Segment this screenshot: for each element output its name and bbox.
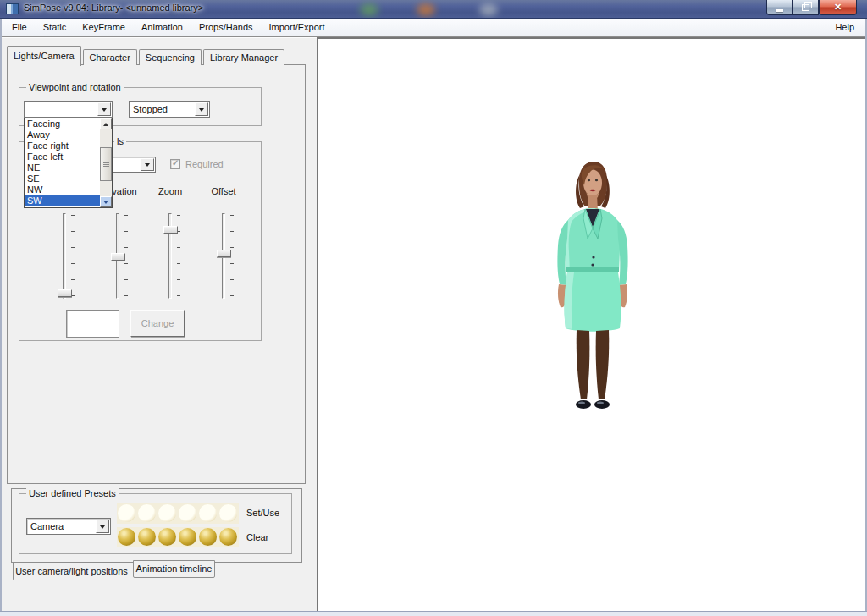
menu-animation[interactable]: Animation	[135, 19, 189, 35]
tick-mark	[124, 295, 128, 296]
preset-clear-button-2[interactable]	[137, 527, 157, 547]
chevron-down-icon	[102, 108, 107, 114]
value-input[interactable]	[66, 310, 119, 338]
preset-clear-icon	[158, 528, 176, 546]
tab-user-camera-light-positions[interactable]: User camera/light positions	[13, 563, 130, 580]
preset-set-button-4[interactable]	[178, 503, 198, 524]
tick-mark	[71, 279, 75, 280]
user-presets-group: User defined Presets Camera Set/Use Clea…	[19, 493, 292, 554]
preset-target-value: Camera	[30, 521, 64, 531]
rotation-combobox-dropdown-button[interactable]	[195, 102, 208, 116]
preset-set-icon	[138, 504, 156, 522]
user-presets-label: User defined Presets	[26, 488, 119, 498]
preset-target-dropdown-button[interactable]	[96, 520, 109, 533]
preset-set-button-1[interactable]	[117, 503, 137, 524]
tick-mark	[177, 215, 180, 216]
chevron-down-icon	[103, 201, 108, 206]
restore-button[interactable]	[792, 0, 819, 15]
tab-library-manager[interactable]: Library Manager	[203, 49, 284, 65]
tick-mark	[177, 263, 180, 264]
menu-import-export[interactable]: Import/Export	[263, 19, 331, 35]
clear-label: Clear	[246, 532, 268, 542]
preset-clear-button-6[interactable]	[218, 527, 239, 547]
chevron-down-icon	[199, 108, 204, 114]
window-title: SimPose v9.04: Library- <unnamed library…	[24, 3, 203, 13]
rotation-combobox-value: Stopped	[133, 104, 168, 114]
tick-mark	[124, 231, 128, 232]
chevron-down-icon	[100, 525, 105, 531]
minimize-button[interactable]	[766, 0, 792, 15]
menu-props-hands[interactable]: Props/Hands	[193, 19, 259, 35]
tab-animation-timeline[interactable]: Animation timeline	[133, 560, 215, 578]
menu-file[interactable]: File	[6, 19, 33, 35]
tick-mark	[177, 295, 180, 296]
scrollbar-thumb[interactable]	[100, 147, 112, 181]
direction-combobox-dropdown-button[interactable]	[97, 102, 111, 116]
tab-lights-camera[interactable]: Lights/Camera	[7, 46, 81, 66]
preset-clear-button-4[interactable]	[178, 527, 198, 547]
menubar-items: FileStaticKeyFrameAnimationProps/HandsIm…	[2, 22, 331, 32]
change-button[interactable]: Change	[130, 310, 185, 337]
dropdown-item-face-left[interactable]: Face left	[25, 151, 100, 162]
menu-static[interactable]: Static	[37, 19, 73, 35]
menu-keyframe[interactable]: KeyFrame	[76, 19, 131, 35]
required-checkbox[interactable]: ✓	[170, 159, 180, 169]
zoom-slider-thumb[interactable]	[163, 226, 178, 234]
menu-help[interactable]: Help	[829, 19, 860, 36]
tick-mark	[177, 279, 180, 280]
tick-mark	[71, 247, 75, 248]
preset-clear-button-5[interactable]	[198, 527, 218, 547]
elevation-slider-thumb[interactable]	[111, 253, 125, 261]
rotation-combobox[interactable]: Stopped	[129, 101, 210, 118]
preset-set-button-5[interactable]	[198, 503, 218, 524]
titlebar[interactable]: SimPose v9.04: Library- <unnamed library…	[0, 0, 867, 19]
offset-slider-thumb[interactable]	[217, 250, 231, 257]
preset-target-combobox[interactable]: Camera	[26, 518, 111, 535]
glass-blob-orange	[417, 3, 435, 16]
controls-combobox-dropdown-button[interactable]	[141, 158, 154, 171]
dropdown-item-se[interactable]: SE	[25, 173, 100, 184]
slider-1-slider-track[interactable]	[63, 213, 66, 299]
app-window: SimPose v9.04: Library- <unnamed library…	[0, 0, 867, 616]
dropdown-item-faceing[interactable]: Faceing	[25, 118, 100, 129]
preset-clear-button-1[interactable]	[117, 527, 137, 547]
preset-clear-button-3[interactable]	[157, 527, 178, 547]
dropdown-scrollbar[interactable]	[100, 118, 112, 207]
dropdown-item-ne[interactable]: NE	[25, 162, 100, 173]
chevron-down-icon	[145, 163, 150, 169]
character-figure[interactable]	[546, 159, 639, 420]
scrollbar-up-button[interactable]	[100, 118, 112, 129]
close-button[interactable]: ✕	[819, 0, 857, 15]
window-frame-bottom	[0, 611, 867, 616]
direction-combobox[interactable]	[24, 101, 113, 118]
app-icon	[6, 3, 19, 14]
dropdown-item-away[interactable]: Away	[25, 129, 100, 140]
tabstrip: Lights/CameraCharacterSequencingLibrary …	[7, 46, 286, 65]
tick-mark	[71, 263, 75, 264]
preset-set-button-2[interactable]	[137, 503, 157, 524]
direction-dropdown-list: FaceingAwayFace rightFace leftNESENWSW	[24, 118, 113, 208]
tick-mark	[230, 247, 234, 248]
preset-set-icon	[158, 504, 176, 522]
required-label: Required	[185, 159, 224, 169]
tick-mark	[230, 263, 234, 264]
window-frame-left	[0, 19, 2, 616]
preset-set-button-3[interactable]	[157, 503, 178, 524]
glass-blob-green	[360, 3, 378, 16]
dropdown-items: FaceingAwayFace rightFace leftNESENWSW	[25, 118, 112, 206]
dropdown-item-sw[interactable]: SW	[25, 195, 100, 206]
menubar: FileStaticKeyFrameAnimationProps/HandsIm…	[2, 19, 865, 36]
scrollbar-down-button[interactable]	[100, 196, 112, 207]
slider-1-slider-thumb[interactable]	[58, 289, 72, 297]
dropdown-item-nw[interactable]: NW	[25, 184, 100, 195]
controls-group-label-fragment: ls	[114, 136, 126, 146]
preset-set-button-6[interactable]	[218, 503, 239, 524]
dropdown-item-face-right[interactable]: Face right	[25, 140, 100, 151]
preset-clear-icon	[179, 528, 196, 546]
tab-sequencing[interactable]: Sequencing	[139, 49, 202, 65]
tick-mark	[71, 231, 75, 232]
preset-set-icon	[219, 504, 237, 522]
preset-clear-icon	[199, 528, 217, 546]
tick-mark	[124, 279, 128, 280]
tab-character[interactable]: Character	[83, 49, 137, 65]
